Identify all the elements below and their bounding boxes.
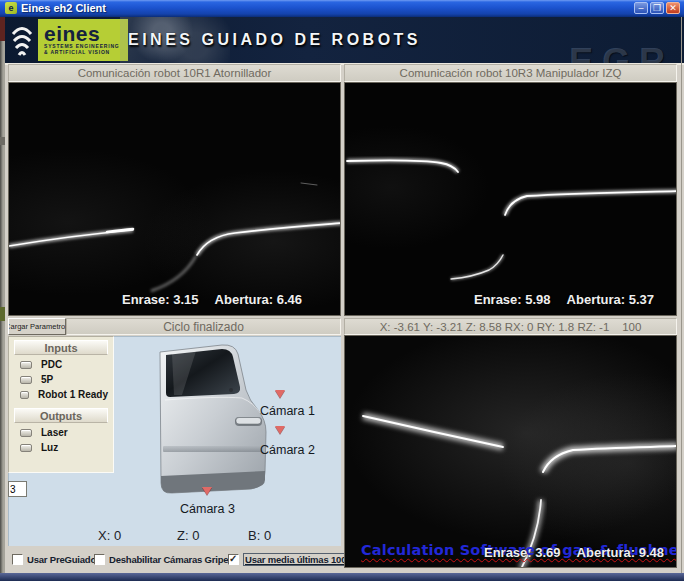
camera-panel-title-10r1: Comunicación robot 10R1 Atornillador	[8, 64, 341, 82]
laser-line-graphic	[9, 83, 341, 316]
minimize-button[interactable]: –	[634, 2, 648, 14]
axis-readout-z: Z: 0	[177, 528, 199, 543]
camera-panel-title-10r3: Comunicación robot 10R3 Manipulador IZQ	[344, 64, 677, 82]
input-item-label: Robot 1 Ready	[38, 389, 108, 400]
brand-logo: eines SYSTEMS ENGINEERING & ARTIFICIAL V…	[38, 19, 128, 61]
led-icon	[20, 361, 32, 369]
checkbox-label[interactable]: Deshabilitar Cámaras Griper	[109, 554, 232, 565]
led-icon	[20, 444, 32, 452]
application-window: e Eines eh2 Client – ❐ ✕ eines SYSTEMS E…	[0, 0, 684, 581]
counter-input[interactable]	[8, 481, 27, 497]
laser-line-graphic	[345, 83, 677, 316]
output-item-laser: Laser	[20, 427, 108, 438]
status-bar: Ciclo finalizado	[66, 318, 341, 335]
measurement-enrase: Enrase: 3.15	[122, 292, 199, 307]
measurement-abertura: Abertura: 6.46	[215, 292, 302, 307]
camera1-marker-icon	[275, 390, 285, 398]
egr-watermark: EGR	[569, 41, 674, 65]
inputs-group-header: Inputs	[14, 340, 108, 355]
window-title: Eines eh2 Client	[21, 2, 106, 14]
app-header: eines SYSTEMS ENGINEERING & ARTIFICIAL V…	[0, 17, 684, 65]
output-item-label: Laser	[41, 427, 68, 438]
input-item-label: PDC	[41, 359, 62, 370]
input-item-robot1ready: Robot 1 Ready	[20, 389, 108, 400]
laser-line-graphic	[345, 336, 677, 568]
measurement-enrase: Enrase: 5.98	[474, 292, 551, 307]
robot-pose-readout: X: -3.61 Y: -3.21 Z: 8.58 RX: 0 RY: 1.8 …	[344, 318, 677, 335]
titlebar[interactable]: e Eines eh2 Client – ❐ ✕	[0, 0, 684, 17]
io-sidebar: Inputs PDC 5P Robot 1 Ready Outputs Lase…	[8, 336, 114, 473]
camera3-marker-icon	[202, 487, 212, 495]
camera-feed-guidance: Calculation Software of gap & flushness …	[344, 335, 677, 568]
led-icon	[20, 376, 32, 384]
camera3-label: Cámara 3	[180, 502, 235, 516]
input-item-pdc: PDC	[20, 359, 108, 370]
measurement-abertura: Abertura: 5.37	[567, 292, 654, 307]
checkbox-box[interactable]	[228, 554, 239, 565]
checkbox-label[interactable]: Usar media últimas 100	[243, 553, 348, 566]
measurement-abertura: Abertura: 9.48	[577, 545, 664, 560]
camera2-marker-icon	[275, 426, 285, 434]
measurement-enrase: Enrase: 3.69	[484, 545, 561, 560]
brand-tagline-line2: & ARTIFICIAL VISION	[44, 49, 128, 55]
window-left-edge	[0, 17, 5, 573]
camera-feed-10r1: Enrase: 3.15 Abertura: 6.46	[8, 82, 341, 316]
checkbox-deshabilitar-camaras[interactable]: Deshabilitar Cámaras Griper	[94, 554, 232, 565]
checkbox-usar-media[interactable]: Usar media últimas 100	[228, 553, 348, 566]
load-params-button[interactable]: Cargar Parametros	[8, 318, 66, 335]
restore-button[interactable]: ❐	[650, 2, 664, 14]
input-item-5p: 5P	[20, 374, 108, 385]
app-icon: e	[5, 2, 17, 14]
close-button[interactable]: ✕	[666, 2, 680, 14]
output-item-luz: Luz	[20, 442, 108, 453]
window-right-edge	[681, 17, 682, 573]
camera2-label: Cámara 2	[260, 443, 315, 457]
eines-emblem-icon	[9, 20, 35, 58]
led-icon	[20, 391, 29, 399]
brand-name: eines	[44, 25, 128, 43]
camera1-label: Cámara 1	[260, 404, 315, 418]
axis-readout-b: B: 0	[248, 528, 271, 543]
checkbox-label[interactable]: Usar PreGuiado	[27, 554, 96, 565]
camera-feed-10r3: Enrase: 5.98 Abertura: 5.37	[344, 82, 677, 316]
axis-readout-x: X: 0	[98, 528, 121, 543]
checkbox-usar-preguiado[interactable]: Usar PreGuiado	[12, 554, 96, 565]
checkbox-box[interactable]	[94, 554, 105, 565]
window-bottom-edge	[0, 573, 684, 581]
outputs-group-header: Outputs	[14, 408, 108, 423]
input-item-label: 5P	[41, 374, 53, 385]
door-image	[138, 340, 288, 510]
checkbox-box[interactable]	[12, 554, 23, 565]
led-icon	[20, 429, 32, 437]
header-title: EINES GUIADO DE ROBOTS	[128, 31, 421, 49]
output-item-label: Luz	[41, 442, 58, 453]
